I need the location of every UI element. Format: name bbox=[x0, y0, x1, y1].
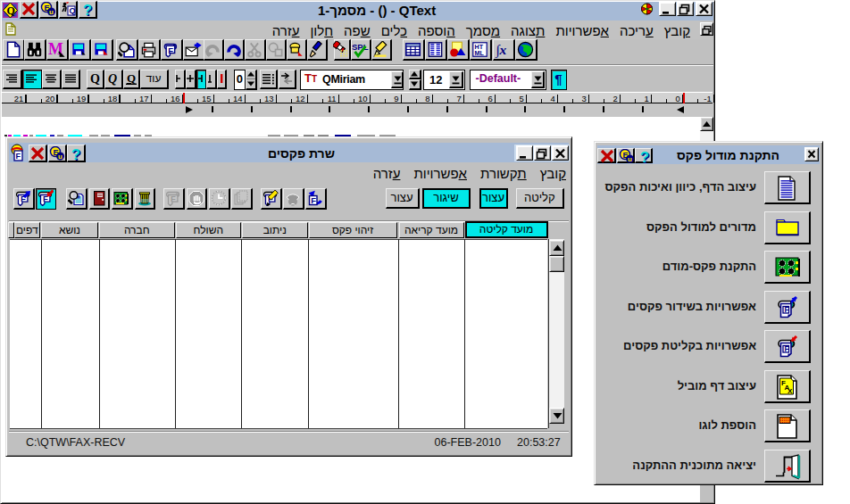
svg-text:F: F bbox=[168, 45, 173, 55]
svg-text:X: X bbox=[788, 387, 793, 395]
svg-text:F: F bbox=[785, 344, 789, 353]
svg-text:u: u bbox=[628, 155, 632, 163]
svg-text:∫x: ∫x bbox=[495, 42, 506, 58]
svg-text:?: ? bbox=[71, 146, 80, 161]
svg-text:Q: Q bbox=[90, 72, 100, 86]
svg-text:F: F bbox=[785, 305, 789, 314]
svg-text:Q: Q bbox=[70, 6, 76, 15]
svg-text:?: ? bbox=[83, 2, 92, 16]
svg-text:F: F bbox=[16, 152, 21, 161]
svg-text:F: F bbox=[311, 195, 316, 205]
svg-text:Q: Q bbox=[108, 72, 117, 86]
svg-text:Q: Q bbox=[127, 71, 136, 85]
svg-text:u: u bbox=[49, 8, 54, 16]
svg-text:ML: ML bbox=[475, 50, 485, 57]
svg-text:u: u bbox=[58, 153, 62, 161]
svg-text:Q: Q bbox=[7, 4, 15, 17]
svg-text:SPL: SPL bbox=[352, 42, 369, 52]
svg-text:F: F bbox=[171, 194, 176, 203]
svg-text:?: ? bbox=[639, 149, 648, 163]
